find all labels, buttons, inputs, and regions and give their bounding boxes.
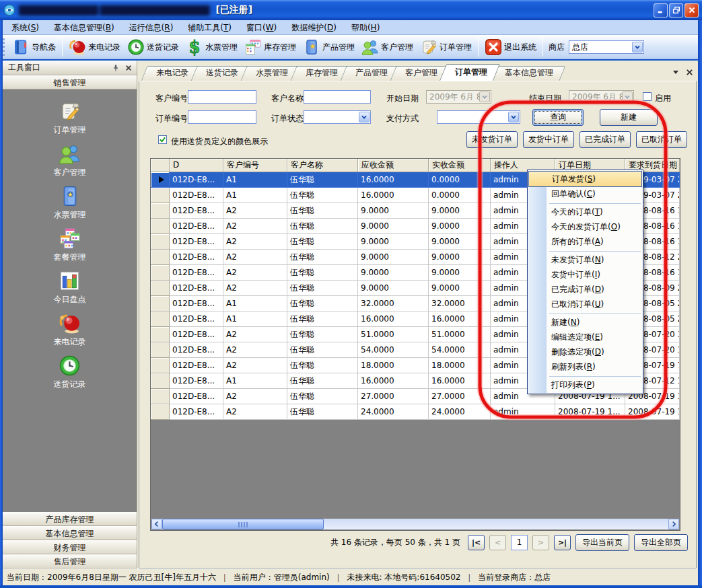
query-button[interactable]: 查询 xyxy=(532,109,584,126)
context-menu-item-回单确认[interactable]: 回单确认(C) xyxy=(528,187,642,202)
menu-item-2[interactable]: 基本信息管理(B) xyxy=(46,20,122,35)
tab-客户管理[interactable]: 客户管理 xyxy=(393,66,447,81)
sidebar-item-来电记录[interactable]: 来电记录 xyxy=(3,308,137,351)
context-menu-item-新建[interactable]: 新建(N) xyxy=(528,316,642,330)
context-menu-item-刷新列表[interactable]: 刷新列表(R) xyxy=(528,360,642,375)
sidebar-section-sales-management[interactable]: 销售管理 xyxy=(3,75,137,89)
sidebar-item-订单管理[interactable]: 订单管理 xyxy=(3,96,137,139)
context-menu-item-未发货订单[interactable]: 未发货订单(N) xyxy=(528,253,642,268)
grid-column-header-客户名称[interactable]: 客户名称 xyxy=(287,159,358,172)
tab-来电记录[interactable]: 来电记录 xyxy=(144,66,198,81)
tab-库存管理[interactable]: 库存管理 xyxy=(293,66,347,81)
scroll-left-icon[interactable] xyxy=(151,519,162,529)
toolbar-button-5[interactable]: 库存管理 xyxy=(241,36,300,58)
context-menu-item-打印列表[interactable]: 打印列表(P) xyxy=(528,378,642,393)
order-no-input[interactable] xyxy=(188,110,256,124)
filter-button-已取消订单[interactable]: 已取消订单 xyxy=(636,131,687,148)
toolbar-button-3[interactable]: 送货记录 xyxy=(124,36,182,58)
toolbar-button-2[interactable]: 来电记录 xyxy=(65,36,124,58)
tab-送货记录[interactable]: 送货记录 xyxy=(194,66,248,81)
toolbar-button-8[interactable]: 订单管理 xyxy=(417,36,475,58)
tab-list-dropdown-icon[interactable] xyxy=(671,67,680,77)
sidebar-item-送货记录[interactable]: 送货记录 xyxy=(3,351,137,393)
next-page-button[interactable]: > xyxy=(532,535,549,550)
toolbar-button-6[interactable]: 产品管理 xyxy=(300,36,358,58)
toolbar-button-7[interactable]: 客户管理 xyxy=(358,36,417,58)
context-menu-item-订单发货[interactable]: 订单发货(S) xyxy=(528,171,642,187)
enable-date-checkbox[interactable] xyxy=(643,92,652,101)
grid-column-header-D[interactable]: D xyxy=(170,159,223,172)
context-menu-item-所有的订单[interactable]: 所有的订单(A) xyxy=(528,235,642,250)
customer-name-input[interactable] xyxy=(304,90,371,104)
scrollbar-thumb[interactable] xyxy=(162,519,324,529)
tool-window-close-icon[interactable] xyxy=(123,63,134,73)
last-page-button[interactable]: >| xyxy=(554,535,571,550)
tab-订单管理[interactable]: 订单管理 xyxy=(443,64,497,81)
pin-icon[interactable] xyxy=(110,63,121,73)
prev-page-button[interactable]: < xyxy=(489,535,506,550)
order-context-menu: 订单发货(S)回单确认(C)今天的订单(T)今天的发货订单(O)所有的订单(A)… xyxy=(527,170,643,394)
restore-button[interactable] xyxy=(669,3,683,17)
sidebar-item-套餐管理[interactable]: 套餐管理 xyxy=(3,223,137,266)
new-button[interactable]: 新建 xyxy=(600,109,658,126)
tab-close-icon[interactable] xyxy=(685,67,694,77)
context-menu-item-删除选定项[interactable]: 删除选定项(D) xyxy=(528,345,642,360)
filter-button-已完成订单[interactable]: 已完成订单 xyxy=(580,131,631,148)
scroll-right-icon[interactable] xyxy=(668,519,679,529)
context-menu-item-今天的发货订单[interactable]: 今天的发货订单(O) xyxy=(528,220,642,235)
context-menu-item-已完成订单[interactable]: 已完成订单(D) xyxy=(528,283,642,297)
page-number-input[interactable]: 1 xyxy=(511,535,528,550)
first-page-button[interactable]: |< xyxy=(468,535,485,550)
menu-item-7[interactable]: 帮助(H) xyxy=(344,20,387,35)
pay-method-select[interactable] xyxy=(437,110,520,124)
color-display-checkbox[interactable] xyxy=(158,135,167,144)
sidebar-section-产品库存管理[interactable]: 产品库存管理 xyxy=(3,512,137,526)
menu-item-4[interactable]: 辅助工具(T) xyxy=(180,20,239,35)
row-marker-cell xyxy=(151,311,170,327)
context-menu-item-发货中订单[interactable]: 发货中订单(I) xyxy=(528,268,642,283)
sidebar-section-基本信息管理[interactable]: 基本信息管理 xyxy=(3,526,137,540)
grid-column-header-应收金额[interactable]: 应收金额 xyxy=(358,159,429,172)
menu-separator xyxy=(549,203,641,204)
grid-column-header-marker[interactable] xyxy=(151,159,170,172)
toolbar-button-9[interactable]: 退出系统 xyxy=(481,36,540,58)
shop-select[interactable]: 总店 xyxy=(569,40,644,54)
close-button[interactable] xyxy=(685,3,699,17)
grid-column-header-实收金额[interactable]: 实收金额 xyxy=(429,159,491,172)
table-cell: 伍华聪 xyxy=(287,188,358,203)
menu-item-3[interactable]: 运行信息(R) xyxy=(122,20,181,35)
end-date-picker[interactable]: 2009年 6月 8日 xyxy=(569,90,634,104)
context-menu-item-今天的订单[interactable]: 今天的订单(T) xyxy=(528,205,642,220)
sidebar-item-客户管理[interactable]: 客户管理 xyxy=(3,139,137,181)
filter-button-发货中订单[interactable]: 发货中订单 xyxy=(523,131,574,148)
toolbar-button-1[interactable]: 导航条 xyxy=(9,36,59,58)
minimize-button[interactable] xyxy=(654,3,668,17)
sidebar-item-水票管理[interactable]: 水票管理 xyxy=(3,181,137,223)
horizontal-scrollbar[interactable] xyxy=(151,519,679,529)
context-menu-item-编辑选定项[interactable]: 编辑选定项(E) xyxy=(528,330,642,345)
table-row[interactable]: 012D-E8...A2伍华聪24.000024.0000admin2008-0… xyxy=(151,404,680,420)
filter-button-未发货订单[interactable]: 未发货订单 xyxy=(466,131,518,148)
export-all-pages-button[interactable]: 导出全部页 xyxy=(634,534,688,551)
customer-no-input[interactable] xyxy=(188,90,256,104)
menu-item-5[interactable]: 窗口(W) xyxy=(239,20,284,35)
grid-column-header-客户编号[interactable]: 客户编号 xyxy=(223,159,287,172)
table-cell: 32.0000 xyxy=(429,296,491,311)
table-cell: 012D-E8... xyxy=(170,250,223,265)
table-cell: 012D-E8... xyxy=(170,342,223,358)
table-cell: 012D-E8... xyxy=(170,219,223,234)
menu-item-1[interactable]: 系统(S) xyxy=(4,20,46,35)
tab-label: 送货记录 xyxy=(206,68,238,77)
menu-item-6[interactable]: 数据维护(D) xyxy=(284,20,344,35)
context-menu-item-已取消订单[interactable]: 已取消订单(U) xyxy=(528,297,642,312)
tab-水票管理[interactable]: 水票管理 xyxy=(244,66,297,81)
start-date-picker[interactable]: 2009年 6月 8日 xyxy=(426,90,491,104)
tab-基本信息管理[interactable]: 基本信息管理 xyxy=(493,66,563,81)
toolbar-button-4[interactable]: $水票管理 xyxy=(182,36,241,58)
sidebar-item-今日盘点[interactable]: 今日盘点 xyxy=(3,266,137,308)
order-status-select[interactable] xyxy=(304,110,371,124)
tab-产品管理[interactable]: 产品管理 xyxy=(343,66,397,81)
sidebar-section-财务管理[interactable]: 财务管理 xyxy=(3,540,137,554)
sidebar-section-售后管理[interactable]: 售后管理 xyxy=(3,554,137,568)
export-current-page-button[interactable]: 导出当前页 xyxy=(575,534,629,551)
